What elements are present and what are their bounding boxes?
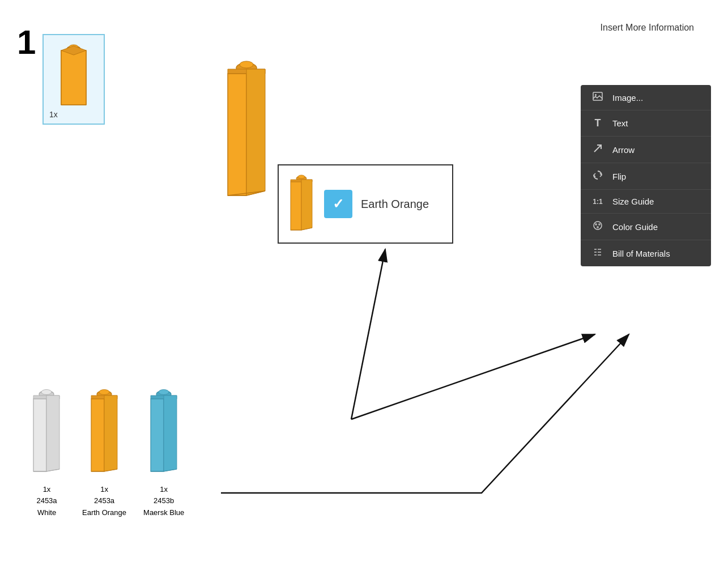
- bottom-brick-white: 1x 2453a White: [28, 386, 65, 519]
- white-brick-info: 1x 2453a White: [28, 484, 65, 519]
- svg-point-44: [99, 389, 109, 394]
- svg-marker-20: [301, 180, 312, 230]
- svg-marker-3: [61, 50, 86, 105]
- selected-brick-count: 1x: [49, 110, 58, 119]
- menu-label-size-guide: Size Guide: [612, 197, 654, 206]
- orange-brick-part: 2453a: [82, 495, 126, 507]
- svg-marker-47: [104, 395, 117, 471]
- svg-rect-19: [291, 182, 301, 230]
- orange-brick-info: 1x 2453a Earth Orange: [82, 484, 126, 519]
- blue-brick-count: 1x: [143, 484, 184, 496]
- menu-item-arrow[interactable]: Arrow: [581, 137, 711, 163]
- svg-point-27: [595, 223, 597, 226]
- blue-brick-svg: [146, 386, 182, 477]
- white-brick-color: White: [28, 507, 65, 519]
- bottom-bricks-row: 1x 2453a White 1x 2453a Earth Orange: [28, 386, 184, 519]
- menu-label-bom: Bill of Materials: [612, 249, 670, 258]
- menu-label-arrow: Arrow: [612, 145, 635, 155]
- arrow-icon: [591, 143, 604, 156]
- selected-brick-svg: [57, 42, 91, 110]
- step-number: 1: [17, 23, 36, 62]
- svg-rect-46: [91, 399, 104, 471]
- bottom-brick-orange: 1x 2453a Earth Orange: [82, 386, 126, 519]
- menu-label-image: Image...: [612, 93, 643, 103]
- svg-marker-54: [164, 395, 177, 471]
- color-popup: ✓ Earth Orange: [278, 164, 453, 244]
- arrow-to-bom: [351, 334, 595, 419]
- orange-brick-color: Earth Orange: [82, 507, 126, 519]
- svg-marker-12: [246, 69, 265, 195]
- svg-point-24: [595, 94, 597, 96]
- svg-rect-23: [593, 92, 602, 100]
- color-guide-icon: [591, 220, 604, 233]
- blue-brick-info: 1x 2453b Maersk Blue: [143, 484, 184, 519]
- bom-icon: [591, 247, 604, 260]
- menu-item-flip[interactable]: Flip: [581, 163, 711, 190]
- svg-rect-53: [151, 399, 164, 471]
- size-guide-icon: 1:1: [591, 198, 604, 206]
- text-icon: T: [591, 117, 604, 129]
- svg-point-37: [41, 389, 52, 394]
- menu-item-text[interactable]: T Text: [581, 110, 711, 137]
- main-brick-svg: [221, 57, 272, 204]
- color-check-box: ✓: [324, 190, 352, 218]
- color-name: Earth Orange: [361, 198, 429, 211]
- selected-brick-box: 1x: [42, 34, 105, 125]
- main-brick-container: [221, 57, 272, 204]
- menu-item-size-guide[interactable]: 1:1 Size Guide: [581, 190, 711, 214]
- arrow-to-popup: [351, 249, 385, 419]
- menu-label-text: Text: [612, 118, 628, 128]
- white-brick-part: 2453a: [28, 495, 65, 507]
- popup-brick-svg: [287, 173, 316, 235]
- orange-brick-svg: [86, 386, 123, 477]
- image-icon: [591, 92, 604, 103]
- svg-point-29: [597, 226, 599, 228]
- svg-point-28: [598, 223, 601, 226]
- svg-point-17: [298, 175, 305, 178]
- orange-brick-count: 1x: [82, 484, 126, 496]
- svg-rect-39: [33, 399, 46, 471]
- insert-label: Insert More Information: [601, 23, 694, 33]
- menu-item-bom[interactable]: Bill of Materials: [581, 240, 711, 266]
- bottom-brick-blue: 1x 2453b Maersk Blue: [143, 386, 184, 519]
- svg-rect-11: [228, 74, 246, 195]
- arrow-large-bom: [221, 334, 629, 493]
- menu-item-color-guide[interactable]: Color Guide: [581, 214, 711, 240]
- menu-item-image[interactable]: Image...: [581, 85, 711, 110]
- context-menu: Image... T Text Arrow Flip 1:1 Size Guid…: [581, 85, 711, 266]
- blue-brick-color: Maersk Blue: [143, 507, 184, 519]
- svg-marker-40: [46, 395, 59, 471]
- flip-icon: [591, 170, 604, 182]
- menu-label-flip: Flip: [612, 172, 626, 181]
- check-mark-icon: ✓: [333, 196, 344, 212]
- blue-brick-part: 2453b: [143, 495, 184, 507]
- white-brick-svg: [28, 386, 65, 477]
- svg-line-25: [594, 145, 601, 152]
- menu-label-color-guide: Color Guide: [612, 222, 658, 232]
- svg-point-51: [159, 389, 169, 394]
- svg-point-9: [240, 61, 253, 68]
- white-brick-count: 1x: [28, 484, 65, 496]
